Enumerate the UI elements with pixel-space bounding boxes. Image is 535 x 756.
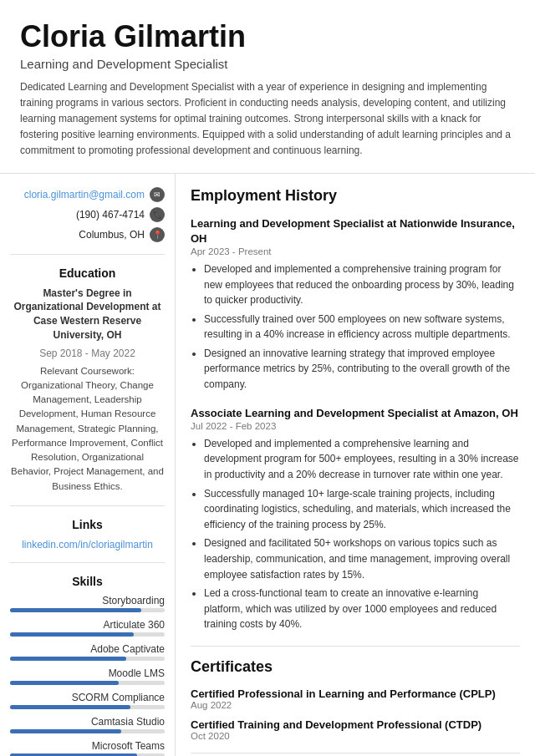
cert-date: Aug 2022	[191, 700, 520, 710]
divider-right-1	[191, 646, 520, 647]
job-block: Learning and Development Specialist at N…	[191, 216, 520, 393]
bullet-item: Successfully trained over 500 employees …	[204, 312, 520, 342]
skill-item: Microsoft Teams	[10, 740, 165, 756]
skill-item: Adobe Captivate	[10, 643, 165, 661]
skill-bar-fill	[10, 657, 126, 661]
left-column: cloria.gilmartin@gmail.com ✉ (190) 467-4…	[0, 174, 176, 756]
skill-bar-bg	[10, 681, 165, 685]
divider-2	[10, 505, 165, 506]
skills-section: Skills Storyboarding Articulate 360 Adob…	[10, 575, 165, 756]
email-icon: ✉	[150, 187, 165, 202]
divider-3	[10, 562, 165, 563]
summary-text: Dedicated Learning and Development Speci…	[20, 79, 515, 160]
linkedin-link[interactable]: linkedin.com/in/cloriagilmartin	[22, 539, 153, 551]
job-title: Learning and Development Specialist at N…	[191, 216, 520, 246]
skill-item: Storyboarding	[10, 595, 165, 612]
bullet-item: Designed and facilitated 50+ workshops o…	[204, 535, 520, 582]
skill-bar-fill	[10, 705, 130, 709]
employment-title: Employment History	[191, 187, 520, 208]
bullet-item: Designed an innovative learning strategy…	[204, 346, 520, 393]
edu-date-range: Sep 2018 - May 2022	[10, 346, 165, 361]
certs-list: Certified Professional in Learning and P…	[191, 688, 520, 741]
links-title: Links	[10, 518, 165, 531]
skill-item: SCORM Compliance	[10, 692, 165, 709]
phone-text: (190) 467-4714	[76, 209, 145, 221]
phone-icon: 📞	[150, 207, 165, 222]
job-bullets: Developed and implemented a comprehensiv…	[191, 436, 520, 632]
skill-label: Storyboarding	[10, 595, 165, 606]
skill-label: Camtasia Studio	[10, 716, 165, 728]
candidate-name: Cloria Gilmartin	[20, 20, 515, 53]
bullet-item: Successfully managed 10+ large-scale tra…	[204, 486, 520, 533]
bullet-item: Developed and implemented a comprehensiv…	[204, 261, 520, 308]
coursework-text: Relevant Coursework: Organizational Theo…	[10, 364, 165, 494]
skill-bar-fill	[10, 608, 141, 612]
contact-location: Columbus, OH 📍	[10, 227, 165, 242]
job-block: Associate Learning and Development Speci…	[191, 406, 520, 632]
cert-date: Oct 2020	[191, 731, 520, 741]
skill-bar-fill	[10, 632, 134, 637]
job-bullets: Developed and implemented a comprehensiv…	[191, 261, 520, 393]
skills-title: Skills	[10, 575, 165, 588]
education-section: Education Master's Degree in Organizatio…	[10, 266, 165, 494]
resume-header: Cloria Gilmartin Learning and Developmen…	[0, 0, 535, 174]
skill-bar-bg	[10, 657, 165, 661]
candidate-title: Learning and Development Specialist	[20, 57, 515, 71]
education-title: Education	[10, 266, 165, 280]
skill-item: Articulate 360	[10, 619, 165, 637]
location-text: Columbus, OH	[79, 229, 145, 241]
skill-bar-bg	[10, 632, 165, 637]
certificates-section: Certificates Certified Professional in L…	[191, 658, 520, 741]
contact-email: cloria.gilmartin@gmail.com ✉	[10, 187, 165, 202]
job-date: Apr 2023 - Present	[191, 246, 520, 256]
links-section: Links linkedin.com/in/cloriagilmartin	[10, 518, 165, 551]
jobs-list: Learning and Development Specialist at N…	[191, 216, 520, 632]
skill-bar-bg	[10, 608, 165, 612]
certificates-title: Certificates	[191, 658, 520, 679]
skill-item: Moodle LMS	[10, 667, 165, 685]
skill-label: Adobe Captivate	[10, 643, 165, 655]
skill-bar-fill	[10, 729, 121, 733]
cert-block: Certified Professional in Learning and P…	[191, 688, 520, 710]
cert-block: Certified Training and Development Profe…	[191, 718, 520, 741]
job-date: Jul 2022 - Feb 2023	[191, 421, 520, 431]
skill-bar-fill	[10, 681, 119, 685]
job-title: Associate Learning and Development Speci…	[191, 406, 520, 421]
email-link[interactable]: cloria.gilmartin@gmail.com	[24, 189, 145, 200]
skill-label: Moodle LMS	[10, 667, 165, 679]
main-layout: cloria.gilmartin@gmail.com ✉ (190) 467-4…	[0, 174, 535, 756]
divider-right-2	[191, 753, 520, 753]
employment-section: Employment History Learning and Developm…	[191, 187, 520, 632]
cert-title: Certified Training and Development Profe…	[191, 718, 520, 731]
degree-text: Master's Degree in Organizational Develo…	[10, 287, 165, 342]
bullet-item: Led a cross-functional team to create an…	[204, 586, 520, 632]
skill-label: SCORM Compliance	[10, 692, 165, 703]
education-block: Master's Degree in Organizational Develo…	[10, 287, 165, 494]
skills-list: Storyboarding Articulate 360 Adobe Capti…	[10, 595, 165, 756]
divider-1	[10, 254, 165, 255]
skill-bar-bg	[10, 729, 165, 733]
right-column: Employment History Learning and Developm…	[176, 174, 535, 756]
cert-title: Certified Professional in Learning and P…	[191, 688, 520, 700]
location-icon: 📍	[150, 227, 165, 242]
coursework-label: Relevant Coursework:	[40, 366, 135, 376]
coursework-content: Organizational Theory, Change Management…	[11, 380, 164, 491]
skill-item: Camtasia Studio	[10, 716, 165, 733]
skill-label: Microsoft Teams	[10, 740, 165, 752]
skill-bar-bg	[10, 705, 165, 709]
skill-label: Articulate 360	[10, 619, 165, 631]
contact-phone: (190) 467-4714 📞	[10, 207, 165, 222]
contact-section: cloria.gilmartin@gmail.com ✉ (190) 467-4…	[10, 187, 165, 242]
bullet-item: Developed and implemented a comprehensiv…	[204, 436, 520, 483]
